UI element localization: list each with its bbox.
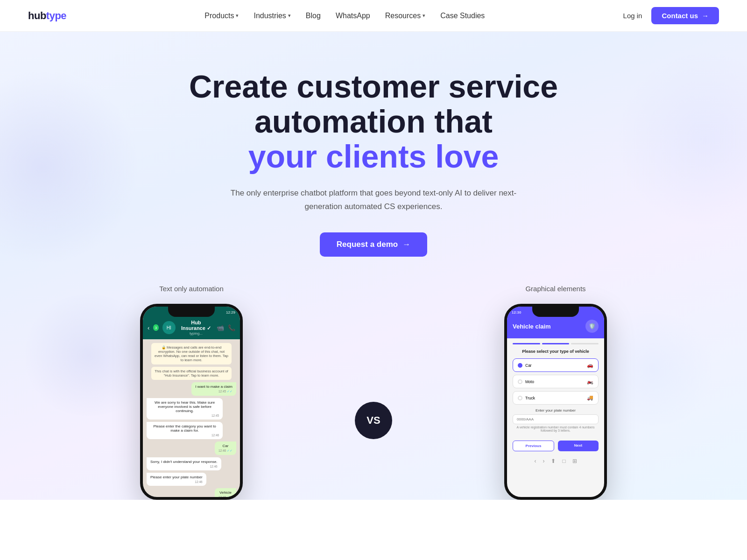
wa-msg-in-1: We are sorry to hear this. Make sure eve… (147, 398, 223, 420)
wa-messages: 🔒 Messages and calls are end-to-end encr… (143, 339, 240, 500)
left-phone-side: Text only automation ‹ 3 HI Hub Insuranc… (37, 285, 345, 500)
nav-link-case-studies[interactable]: Case Studies (440, 12, 485, 20)
gfx-question: Please select your type of vehicle (513, 349, 599, 354)
prev-button[interactable]: Previous (513, 441, 554, 451)
request-demo-button[interactable]: Request a demo → (320, 232, 427, 257)
option-car-label: Car (525, 363, 532, 368)
right-phone-side: Graphical elements 12:30 Vehicle claim 🛡… (402, 285, 710, 500)
gfx-option-car[interactable]: Car 🚗 (513, 358, 599, 372)
nav-link-products[interactable]: Products ▾ (204, 12, 239, 20)
truck-icon: 🚚 (587, 395, 593, 401)
chevron-down-icon: ▾ (423, 13, 425, 19)
hero-title: Create customer service automation that … (187, 69, 560, 174)
gfx-time: 12:30 (512, 310, 521, 315)
hero-section: Create customer service automation that … (0, 32, 747, 500)
left-phone-mockup: ‹ 3 HI Hub Insurance ✓ typing... 📹 📞 12:… (140, 304, 243, 500)
gfx-option-truck[interactable]: Truck 🚚 (513, 391, 599, 405)
gfx-title: Vehicle claim (513, 323, 551, 330)
moto-icon: 🏍️ (587, 378, 593, 385)
gfx-screen: 12:30 Vehicle claim 🛡️ Please select you… (507, 307, 604, 497)
wa-contact-name: Hub Insurance ✓ (179, 320, 213, 331)
option-moto-label: Moto (525, 379, 534, 384)
phone-icon: 📞 (228, 324, 235, 331)
nav-tabs-icon[interactable]: ⊞ (572, 458, 577, 464)
comparison-section: Text only automation ‹ 3 HI Hub Insuranc… (9, 285, 738, 500)
wa-system-msg-1: 🔒 Messages and calls are end-to-end encr… (151, 343, 232, 364)
option-truck-label: Truck (525, 396, 535, 400)
wa-msg-out-3: Vehicle 12:46 ✓✓ (215, 488, 236, 500)
nav-links: Products ▾ Industries ▾ Blog WhatsApp Re… (204, 12, 485, 20)
navbar: hubtype Products ▾ Industries ▾ Blog Wha… (0, 0, 747, 32)
gfx-shield-icon: 🛡️ (585, 320, 599, 333)
gfx-bottom-nav: ‹ › ⬆ □ ⊞ (507, 455, 604, 467)
nav-link-industries[interactable]: Industries ▾ (254, 12, 290, 20)
chevron-down-icon: ▾ (288, 13, 291, 19)
hero-subtitle: The only enterprise chatbot platform tha… (224, 187, 523, 214)
nav-link-blog[interactable]: Blog (306, 12, 321, 20)
input-hint: A vehicle registration number must conta… (513, 426, 599, 432)
nav-bookmark-icon[interactable]: □ (562, 458, 565, 464)
logo[interactable]: hubtype (28, 10, 66, 22)
wa-msg-out-1: I want to make a claim 12:45 ✓✓ (191, 382, 236, 396)
wa-back-button[interactable]: ‹ (148, 324, 149, 331)
wa-msg-in-4: Please enter your plate number 12:46 (147, 473, 206, 486)
gfx-option-moto[interactable]: Moto 🏍️ (513, 375, 599, 388)
video-icon: 📹 (217, 324, 224, 331)
nav-forward-icon[interactable]: › (543, 458, 544, 464)
wa-msg-in-3: Sorry, I didn't understand your response… (147, 457, 221, 470)
hero-cta-wrap: Request a demo → (9, 232, 738, 257)
wa-system-msg-2: This chat is with the official business … (151, 367, 232, 380)
right-phone-label: Graphical elements (402, 285, 710, 293)
wa-avatar: HI (162, 321, 176, 334)
wa-msg-out-2: Car 12:46 ✓✓ (215, 441, 236, 455)
nav-share-icon[interactable]: ⬆ (551, 458, 556, 464)
gfx-footer-buttons: Previous Next (507, 437, 604, 455)
gfx-progress-bar (507, 338, 604, 344)
radio-moto (518, 379, 522, 384)
logo-text: hubtype (28, 10, 66, 22)
wa-back-count: 3 (153, 324, 158, 331)
wa-time: 12:29 (226, 310, 235, 315)
arrow-icon: → (402, 240, 410, 249)
wa-header-icons[interactable]: 📹 📞 (217, 324, 235, 331)
input-label: Enter your plate number (513, 408, 599, 413)
left-phone-label: Text only automation (37, 285, 345, 293)
vs-badge: VS (355, 402, 392, 439)
plate-number-input[interactable] (513, 414, 599, 424)
car-icon: 🚗 (587, 362, 593, 368)
nav-actions: Log in Contact us → (623, 7, 719, 24)
radio-car (518, 363, 522, 368)
login-link[interactable]: Log in (623, 12, 642, 20)
nav-link-whatsapp[interactable]: WhatsApp (336, 12, 370, 20)
phone-notch (532, 307, 579, 317)
nav-link-resources[interactable]: Resources ▾ (385, 12, 425, 20)
chevron-down-icon: ▾ (236, 13, 239, 19)
radio-truck (518, 396, 522, 400)
right-phone-mockup: 12:30 Vehicle claim 🛡️ Please select you… (504, 304, 607, 500)
gfx-content: Please select your type of vehicle Car 🚗 (507, 344, 604, 437)
nav-back-icon[interactable]: ‹ (534, 458, 536, 464)
arrow-icon: → (702, 12, 709, 20)
hero-title-accent: your clients love (248, 139, 499, 174)
wa-contact-status: typing... (179, 331, 213, 336)
next-button[interactable]: Next (558, 441, 599, 451)
phone-notch (168, 307, 215, 317)
wa-msg-in-2: Please enter the category you want to ma… (147, 422, 223, 439)
wa-screen: ‹ 3 HI Hub Insurance ✓ typing... 📹 📞 12:… (143, 307, 240, 497)
contact-us-button[interactable]: Contact us → (651, 7, 719, 24)
